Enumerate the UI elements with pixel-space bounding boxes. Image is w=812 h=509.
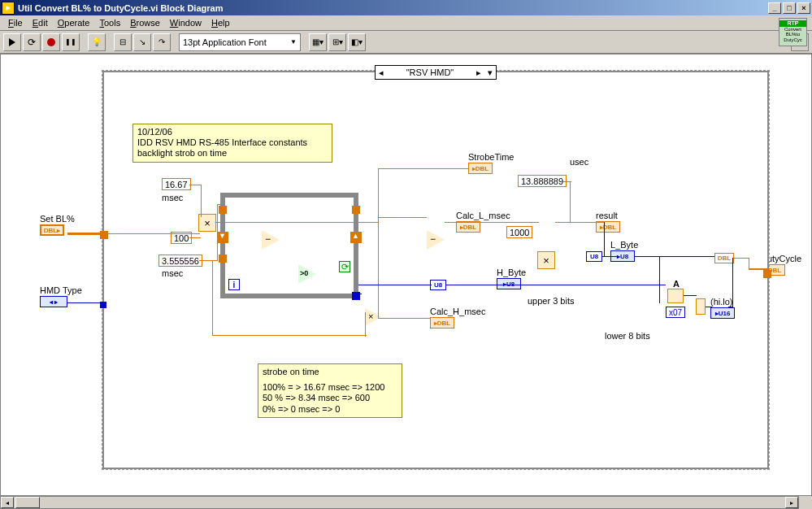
step-over-button[interactable]: ↷ (153, 33, 171, 51)
close-button[interactable]: × (797, 2, 810, 14)
menu-window[interactable]: Window (165, 16, 206, 29)
menu-edit[interactable]: Edit (28, 16, 53, 29)
menu-bar: File Edit Operate Tools Browse Window He… (0, 15, 812, 31)
font-selector[interactable]: 13pt Application Font (179, 33, 301, 51)
abort-button[interactable] (42, 33, 60, 51)
step-into-button[interactable]: ↘ (133, 33, 151, 51)
run-button[interactable] (3, 33, 21, 51)
highlight-execution-button[interactable] (88, 33, 106, 51)
menu-tools[interactable]: Tools (94, 16, 125, 29)
retain-wire-button[interactable]: ⊟ (114, 33, 132, 51)
reorder-button[interactable]: ◧▾ (348, 33, 366, 51)
toolbar: ⊟ ↘ ↷ 13pt Application Font ▦▾ ⊞▾ ◧▾ ? (0, 31, 812, 54)
align-button[interactable]: ▦▾ (309, 33, 327, 51)
pause-button[interactable] (62, 33, 80, 51)
maximize-button[interactable]: □ (783, 2, 796, 14)
menu-browse[interactable]: Browse (125, 16, 165, 29)
window-title: Util Convert BL% to DutyCycle.vi Block D… (18, 3, 766, 13)
distribute-button[interactable]: ⊞▾ (328, 33, 346, 51)
menu-help[interactable]: Help (206, 16, 235, 29)
title-bar: ▶ Util Convert BL% to DutyCycle.vi Block… (0, 0, 812, 15)
menu-operate[interactable]: Operate (53, 16, 95, 29)
minimize-button[interactable]: _ (768, 2, 781, 14)
run-continuous-button[interactable] (23, 33, 41, 51)
vi-icon: RTP Convert BL%to DutyCyc (779, 18, 807, 46)
app-icon: ▶ (2, 2, 15, 15)
menu-file[interactable]: File (3, 16, 28, 29)
